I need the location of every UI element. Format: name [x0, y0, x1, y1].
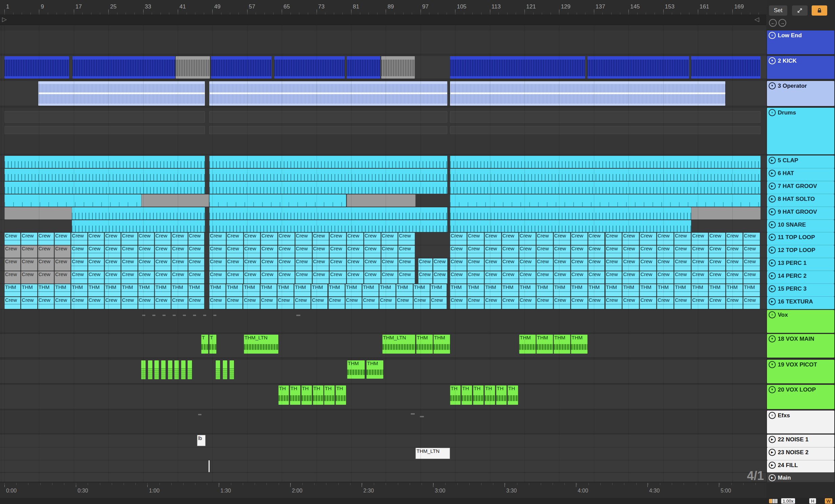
- audio-clip[interactable]: Crew: [571, 246, 588, 258]
- audio-clip[interactable]: Crew: [278, 258, 294, 270]
- audio-clip[interactable]: Crew: [38, 258, 54, 270]
- forward-button[interactable]: →: [778, 19, 786, 27]
- audio-clip[interactable]: Crew: [588, 233, 605, 245]
- audio-clip[interactable]: THM: [328, 284, 345, 296]
- track-lane-noise-1[interactable]: lb: [0, 435, 766, 447]
- audio-clip[interactable]: THM: [311, 284, 327, 296]
- audio-clip[interactable]: Crew: [554, 258, 570, 270]
- audio-clip[interactable]: Crew: [55, 246, 70, 258]
- audio-clip[interactable]: [4, 56, 69, 79]
- track-lane-clap[interactable]: [0, 156, 766, 168]
- audio-clip[interactable]: Crew: [606, 297, 622, 309]
- track-lane-snare[interactable]: [0, 220, 766, 233]
- audio-clip[interactable]: TH: [473, 385, 484, 405]
- play-track-icon[interactable]: ▶: [769, 285, 776, 292]
- audio-clip[interactable]: Crew: [639, 297, 656, 309]
- audio-clip[interactable]: THM: [519, 284, 536, 296]
- audio-clip[interactable]: Crew: [623, 297, 639, 309]
- audio-clip[interactable]: Crew: [398, 233, 415, 245]
- audio-clip[interactable]: Crew: [657, 297, 673, 309]
- audio-clip[interactable]: Crew: [171, 233, 187, 245]
- audio-clip[interactable]: Crew: [295, 233, 312, 245]
- audio-clip[interactable]: THM: [588, 284, 605, 296]
- track-lane-operator[interactable]: [0, 81, 766, 106]
- audio-clip[interactable]: Crew: [691, 258, 708, 270]
- audio-clip[interactable]: THM_LTN: [415, 448, 450, 459]
- audio-clip[interactable]: TH: [301, 385, 312, 405]
- audio-clip[interactable]: [229, 360, 234, 379]
- track-lane-main[interactable]: [0, 473, 766, 482]
- audio-clip[interactable]: Crew: [329, 271, 346, 283]
- audio-clip[interactable]: Crew: [571, 297, 588, 309]
- track-header-drums-group[interactable]: ≡Drums: [767, 108, 834, 155]
- audio-clip[interactable]: Crew: [188, 246, 204, 258]
- audio-clip[interactable]: Crew: [71, 246, 87, 258]
- audio-clip[interactable]: THM: [345, 284, 362, 296]
- audio-clip[interactable]: Crew: [55, 258, 70, 270]
- track-header-hat-solto[interactable]: ▶8 HAT SOLTO: [767, 194, 834, 207]
- track-header-perc-1[interactable]: ▶13 PERC 1: [767, 258, 834, 271]
- audio-clip[interactable]: Crew: [244, 271, 260, 283]
- audio-clip[interactable]: Crew: [433, 258, 447, 270]
- audio-clip[interactable]: [450, 182, 760, 194]
- audio-clip[interactable]: [209, 182, 447, 194]
- audio-clip[interactable]: [211, 56, 271, 79]
- audio-clip[interactable]: Crew: [450, 233, 467, 245]
- audio-clip[interactable]: Crew: [121, 271, 137, 283]
- audio-clip[interactable]: Crew: [726, 233, 742, 245]
- audio-clip[interactable]: Crew: [295, 246, 312, 258]
- audio-clip[interactable]: Crew: [155, 246, 171, 258]
- audio-clip[interactable]: Crew: [312, 258, 329, 270]
- audio-clip[interactable]: Crew: [261, 271, 277, 283]
- unfold-track-icon[interactable]: ▼: [769, 386, 776, 393]
- audio-clip[interactable]: Crew: [726, 271, 742, 283]
- audio-clip[interactable]: Crew: [244, 258, 260, 270]
- audio-clip[interactable]: Crew: [121, 258, 137, 270]
- audio-clip[interactable]: Crew: [467, 246, 484, 258]
- audio-clip[interactable]: lb: [197, 435, 206, 446]
- track-lane-top-loop-12[interactable]: CrewCrewCrewCrewCrewCrewCrewCrewCrewCrew…: [0, 245, 766, 258]
- audio-clip[interactable]: [274, 56, 345, 79]
- track-header-fill[interactable]: ▶24 FILL: [767, 460, 834, 472]
- audio-clip[interactable]: Crew: [606, 233, 622, 245]
- play-track-icon[interactable]: ▶: [769, 259, 776, 266]
- audio-clip[interactable]: [209, 156, 447, 168]
- audio-clip[interactable]: TH: [485, 385, 495, 405]
- audio-clip[interactable]: THM: [571, 284, 588, 296]
- audio-clip[interactable]: THM: [467, 284, 484, 296]
- audio-clip[interactable]: Crew: [209, 246, 226, 258]
- track-header-vox-group[interactable]: ≡Vox: [767, 310, 834, 333]
- audio-clip[interactable]: Crew: [485, 246, 501, 258]
- audio-clip[interactable]: [209, 207, 447, 220]
- audio-clip[interactable]: Crew: [502, 271, 518, 283]
- audio-clip[interactable]: Crew: [226, 246, 243, 258]
- audio-clip[interactable]: Crew: [726, 297, 742, 309]
- audio-clip[interactable]: Crew: [21, 258, 37, 270]
- audio-clip[interactable]: Crew: [398, 271, 415, 283]
- audio-clip[interactable]: THM: [171, 284, 187, 296]
- audio-clip[interactable]: Crew: [171, 246, 187, 258]
- track-lane-top-loop-11[interactable]: CrewCrewCrewCrewCrewCrewCrewCrewCrewCrew…: [0, 233, 766, 245]
- audio-clip[interactable]: Crew: [209, 297, 225, 309]
- audio-clip[interactable]: Crew: [364, 233, 381, 245]
- audio-clip[interactable]: Crew: [657, 246, 673, 258]
- audio-clip[interactable]: Crew: [188, 297, 204, 309]
- audio-clip[interactable]: THM: [226, 284, 242, 296]
- lock-button[interactable]: [812, 5, 827, 16]
- audio-clip[interactable]: Crew: [4, 271, 20, 283]
- audio-clip[interactable]: Crew: [88, 246, 104, 258]
- audio-clip[interactable]: Crew: [71, 271, 87, 283]
- audio-clip[interactable]: THM: [138, 284, 154, 296]
- audio-clip[interactable]: Crew: [606, 246, 622, 258]
- track-lane-hat[interactable]: [0, 168, 766, 181]
- expand-window-button[interactable]: [792, 5, 808, 16]
- track-lane-perc-3[interactable]: THMTHMTHMTHMTHMTHMTHMTHMTHMTHMTHMTHMTHMT…: [0, 284, 766, 297]
- track-lane-kick[interactable]: [0, 56, 766, 79]
- audio-clip[interactable]: Crew: [536, 246, 553, 258]
- track-header-efxs-group[interactable]: ≡Efxs: [767, 410, 834, 434]
- audio-clip[interactable]: THM: [639, 284, 656, 296]
- playback-speed[interactable]: 1.00x: [781, 498, 795, 504]
- audio-clip[interactable]: THM: [606, 284, 622, 296]
- audio-clip[interactable]: THM: [21, 284, 37, 296]
- audio-clip[interactable]: Crew: [209, 233, 226, 245]
